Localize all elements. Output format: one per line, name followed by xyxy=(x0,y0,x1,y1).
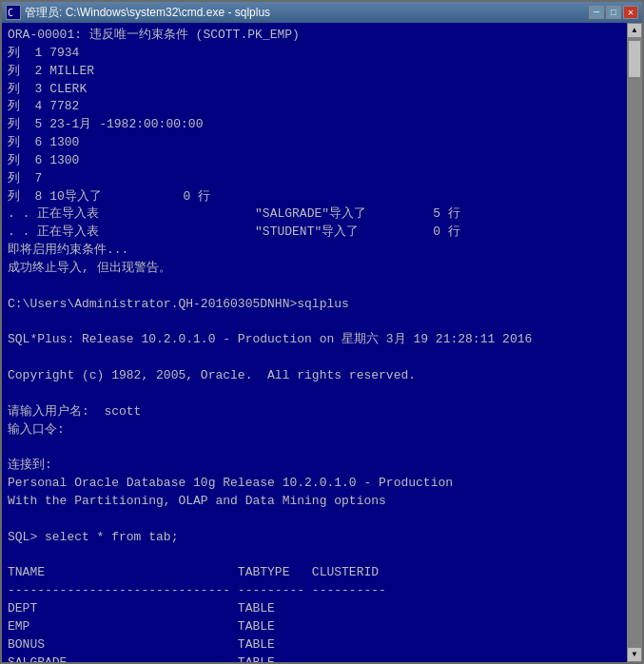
terminal-line xyxy=(8,546,636,564)
terminal-line: DEPT TABLE xyxy=(8,600,636,618)
terminal-line: 列 6 1300 xyxy=(8,152,636,170)
terminal-line: 成功终止导入, 但出现警告。 xyxy=(8,260,636,278)
terminal-line: Personal Oracle Database 10g Release 10.… xyxy=(8,475,636,493)
cmd-icon: C xyxy=(6,5,21,20)
terminal-line: 即将启用约束条件... xyxy=(8,242,636,260)
terminal-line: . . 正在导入表 "SALGRADE"导入了 5 行 xyxy=(8,205,636,224)
scroll-down-button[interactable]: ▼ xyxy=(627,647,642,662)
close-button[interactable]: ✕ xyxy=(623,6,638,19)
terminal-line: 列 1 7934 xyxy=(8,45,636,63)
terminal-line xyxy=(8,314,636,332)
terminal-line: TNAME TABTYPE CLUSTERID xyxy=(8,564,636,582)
terminal-line xyxy=(8,349,636,367)
terminal-line xyxy=(8,439,636,457)
terminal-line: . . 正在导入表 "STUDENT"导入了 0 行 xyxy=(8,224,636,242)
terminal-line: 列 8 10导入了 0 行 xyxy=(8,188,636,206)
terminal-line: ------------------------------ ---------… xyxy=(8,582,636,600)
window-title: 管理员: C:\Windows\system32\cmd.exe - sqlpl… xyxy=(25,5,270,21)
scrollbar-track[interactable] xyxy=(627,38,642,647)
terminal-line: 列 7 xyxy=(8,170,636,188)
maximize-button[interactable]: □ xyxy=(606,6,621,19)
cmd-window: C 管理员: C:\Windows\system32\cmd.exe - sql… xyxy=(0,0,644,664)
terminal-line: 列 6 1300 xyxy=(8,134,636,152)
terminal-line: ORA-00001: 违反唯一约束条件 (SCOTT.PK_EMP) xyxy=(8,27,636,45)
terminal-line: 请输入用户名: scott xyxy=(8,403,636,421)
window-controls: ─ □ ✕ xyxy=(589,6,638,19)
scrollbar[interactable]: ▲ ▼ xyxy=(627,23,642,662)
terminal-line: 输入口令: xyxy=(8,421,636,439)
terminal-line: With the Partitioning, OLAP and Data Min… xyxy=(8,493,636,511)
terminal-line: Copyright (c) 1982, 2005, Oracle. All ri… xyxy=(8,367,636,385)
terminal-output: ORA-00001: 违反唯一约束条件 (SCOTT.PK_EMP)列 1 79… xyxy=(8,27,636,662)
minimize-button[interactable]: ─ xyxy=(589,6,604,19)
terminal-line xyxy=(8,511,636,529)
terminal-line: SALGRADE TABLE xyxy=(8,654,636,662)
terminal-line: SQL> select * from tab; xyxy=(8,529,636,547)
titlebar: C 管理员: C:\Windows\system32\cmd.exe - sql… xyxy=(2,2,642,23)
terminal-line: EMP TABLE xyxy=(8,618,636,636)
terminal-line: 列 5 23-1月 -1982:00:00:00 xyxy=(8,116,636,134)
terminal-line xyxy=(8,385,636,403)
svg-text:C: C xyxy=(8,8,13,18)
terminal-line: C:\Users\Administrator.QH-20160305DNHN>s… xyxy=(8,296,636,314)
terminal-line: 连接到: xyxy=(8,457,636,475)
terminal-area[interactable]: ORA-00001: 违反唯一约束条件 (SCOTT.PK_EMP)列 1 79… xyxy=(2,23,642,662)
scrollbar-thumb[interactable] xyxy=(628,40,641,78)
titlebar-left: C 管理员: C:\Windows\system32\cmd.exe - sql… xyxy=(6,5,270,21)
terminal-line: 列 4 7782 xyxy=(8,98,636,116)
terminal-line: BONUS TABLE xyxy=(8,636,636,654)
terminal-line xyxy=(8,278,636,296)
terminal-line: SQL*Plus: Release 10.2.0.1.0 - Productio… xyxy=(8,331,636,349)
terminal-line: 列 2 MILLER xyxy=(8,63,636,81)
terminal-line: 列 3 CLERK xyxy=(8,81,636,99)
scroll-up-button[interactable]: ▲ xyxy=(627,23,642,38)
